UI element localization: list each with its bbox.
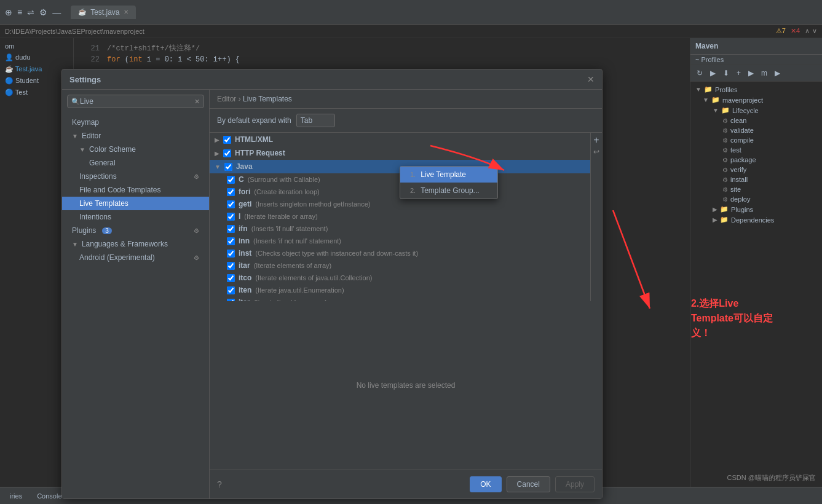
maven-next-btn[interactable]: ▶ xyxy=(772,68,783,79)
undo-button[interactable]: ↩ xyxy=(593,148,599,156)
search-clear-button[interactable]: ✕ xyxy=(194,98,200,106)
tpl-geti-checkbox[interactable] xyxy=(227,200,235,208)
tpl-iten-desc: (Iterate java.util.Enumeration) xyxy=(255,286,344,294)
android-settings-icon: ⚙ xyxy=(194,254,199,261)
tpl-item-itco[interactable]: itco (Iterate elements of java.util.Coll… xyxy=(210,272,590,284)
tpl-C-checkbox[interactable] xyxy=(227,176,235,184)
nav-color-scheme[interactable]: ▼ Color Scheme xyxy=(62,143,209,156)
maven-site-item[interactable]: ⚙ site xyxy=(690,184,822,194)
maven-tree: ▼ 📁 Profiles ▼ 📁 mavenproject ▼ 📁 Lifecy… xyxy=(690,82,822,504)
help-button[interactable]: ? xyxy=(217,479,222,489)
dropdown-item-template-group[interactable]: 2. Template Group... xyxy=(400,183,497,199)
test-gear-icon: ⚙ xyxy=(722,147,728,154)
minimize-icon[interactable]: — xyxy=(52,7,61,17)
maven-test-item[interactable]: ⚙ test xyxy=(690,145,822,155)
tpl-fori-checkbox[interactable] xyxy=(227,188,235,196)
error-count: ✕4 xyxy=(791,27,800,35)
java-group-checkbox[interactable] xyxy=(224,163,232,171)
maven-validate-item[interactable]: ⚙ validate xyxy=(690,125,822,135)
deploy-gear-icon: ⚙ xyxy=(722,196,728,203)
collapse-icon[interactable]: ∨ xyxy=(812,27,817,35)
global-icon[interactable]: ⊕ xyxy=(5,7,12,17)
maven-compile-item[interactable]: ⚙ compile xyxy=(690,135,822,145)
tpl-I-checkbox[interactable] xyxy=(227,213,235,221)
maven-package-item[interactable]: ⚙ package xyxy=(690,155,822,165)
tpl-iter-checkbox[interactable] xyxy=(227,299,235,302)
dialog-body: 🔍 ✕ Keymap ▼ Editor ▼ Color Scheme xyxy=(62,90,602,498)
tpl-ifn-checkbox[interactable] xyxy=(227,225,235,233)
tpl-item-I[interactable]: I (Iterate Iterable or array) xyxy=(210,210,590,222)
maven-download-btn[interactable]: ⬇ xyxy=(721,68,732,79)
nav-intentions[interactable]: Intentions xyxy=(62,210,209,224)
tpl-item-iter[interactable]: iter (Iterate Iterable or array) xyxy=(210,296,590,301)
maven-mavenproject-item[interactable]: ▼ 📁 mavenproject xyxy=(690,95,822,105)
settings-toolbar: By default expand with Tab Enter Space xyxy=(210,109,602,133)
nav-file-code-templates[interactable]: File and Code Templates xyxy=(62,183,209,197)
maven-deps-item[interactable]: ▶ 📁 Dependencies xyxy=(690,215,822,225)
nav-keymap[interactable]: Keymap xyxy=(62,116,209,129)
tpl-item-inn[interactable]: inn (Inserts 'if not null' statement) xyxy=(210,235,590,247)
tpl-group-html-header[interactable]: ▶ HTML/XML xyxy=(210,133,590,146)
maven-add-btn[interactable]: + xyxy=(734,68,743,79)
nav-plugins[interactable]: Plugins 3 ⚙ xyxy=(62,224,209,237)
tpl-group-http-header[interactable]: ▶ HTTP Request xyxy=(210,146,590,160)
maven-profiles-item[interactable]: ▼ 📁 Profiles xyxy=(690,84,822,95)
dialog-titlebar: Settings ✕ xyxy=(62,69,602,90)
maven-play-btn[interactable]: ▶ xyxy=(746,68,756,79)
maven-run-btn[interactable]: ▶ xyxy=(708,68,718,79)
html-group-checkbox[interactable] xyxy=(223,136,231,144)
swap-icon[interactable]: ⇌ xyxy=(27,7,34,17)
tpl-inn-checkbox[interactable] xyxy=(227,237,235,245)
settings-icon[interactable]: ⚙ xyxy=(39,7,47,17)
code-line-22: 22 for (int i = 0: i < 50: i++) { xyxy=(81,54,682,65)
maven-deploy-item[interactable]: ⚙ deploy xyxy=(690,194,822,204)
ok-button[interactable]: OK xyxy=(470,476,501,492)
nav-lang-frameworks[interactable]: ▼ Languages & Frameworks xyxy=(62,237,209,251)
nav-inspections[interactable]: Inspections ⚙ xyxy=(62,170,209,183)
tpl-iten-checkbox[interactable] xyxy=(227,286,235,294)
http-group-checkbox[interactable] xyxy=(223,149,231,157)
maven-verify-item[interactable]: ⚙ verify xyxy=(690,165,822,175)
tpl-itar-abbr: itar xyxy=(239,261,250,270)
expand-select[interactable]: Tab Enter Space xyxy=(296,114,335,127)
watermark: CSDN @喵喵的程序员铲屎官 xyxy=(727,473,816,482)
profiles-folder-icon: 📁 xyxy=(704,85,713,93)
deps-label: Dependencies xyxy=(731,216,774,224)
tab-close-button[interactable]: ✕ xyxy=(124,9,128,15)
left-item-om[interactable]: om xyxy=(0,41,73,52)
profiles-label-tree: Profiles xyxy=(715,86,738,93)
maven-clean-item[interactable]: ⚙ clean xyxy=(690,116,822,125)
tpl-itco-checkbox[interactable] xyxy=(227,274,235,282)
settings-breadcrumb: Editor › Live Templates xyxy=(210,90,602,109)
settings-search-input[interactable] xyxy=(80,97,194,106)
maven-install-item[interactable]: ⚙ install xyxy=(690,175,822,184)
left-item-dudu[interactable]: 👤 dudu xyxy=(0,52,73,63)
site-gear-icon: ⚙ xyxy=(722,186,728,193)
tpl-item-ifn[interactable]: ifn (Inserts 'if null' statement) xyxy=(210,222,590,235)
maven-lifecycle-item[interactable]: ▼ 📁 Lifecycle xyxy=(690,105,822,116)
tpl-itar-checkbox[interactable] xyxy=(227,262,235,270)
test-java-tab[interactable]: ☕ Test.java ✕ xyxy=(71,6,135,19)
http-group-arrow: ▶ xyxy=(215,150,219,157)
add-template-button[interactable]: + xyxy=(591,135,601,145)
maven-plugins-item[interactable]: ▶ 📁 Plugins xyxy=(690,204,822,215)
bottom-tab-series[interactable]: iries xyxy=(5,487,27,504)
tpl-item-iten[interactable]: iten (Iterate java.util.Enumeration) xyxy=(210,284,590,296)
dialog-close-button[interactable]: ✕ xyxy=(587,74,595,84)
tpl-item-geti[interactable]: geti (Inserts singleton method getInstan… xyxy=(210,198,590,210)
apply-button[interactable]: Apply xyxy=(555,476,595,492)
dropdown-item-live-template[interactable]: 1. Live Template xyxy=(400,167,497,183)
nav-android[interactable]: Android (Experimental) ⚙ xyxy=(62,251,209,264)
settings-search-box[interactable]: 🔍 ✕ xyxy=(67,95,204,108)
nav-editor[interactable]: ▼ Editor xyxy=(62,129,209,143)
nav-general[interactable]: General xyxy=(62,156,209,170)
maven-refresh-btn[interactable]: ↻ xyxy=(694,68,705,79)
tpl-item-inst[interactable]: inst (Checks object type with instanceof… xyxy=(210,247,590,259)
maven-m-btn[interactable]: m xyxy=(759,68,770,79)
tpl-inst-checkbox[interactable] xyxy=(227,250,235,258)
nav-live-templates[interactable]: Live Templates xyxy=(62,197,209,210)
menu-icon[interactable]: ≡ xyxy=(17,7,22,17)
cancel-button[interactable]: Cancel xyxy=(507,476,550,492)
tpl-item-itar[interactable]: itar (Iterate elements of array) xyxy=(210,259,590,272)
expand-icon[interactable]: ∧ xyxy=(805,27,810,35)
